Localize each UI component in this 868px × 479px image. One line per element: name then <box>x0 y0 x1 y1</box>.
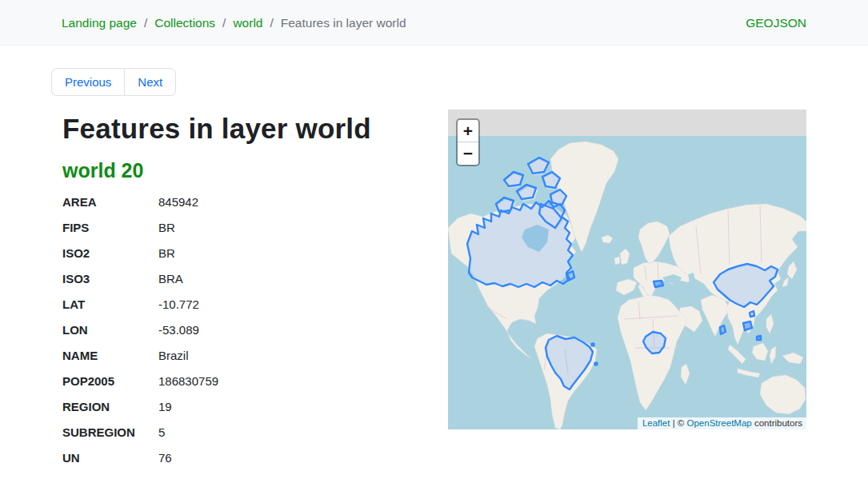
breadcrumb-item[interactable]: Landing page / <box>62 16 154 30</box>
breadcrumb-item[interactable]: world / <box>233 16 280 30</box>
property-name: LON <box>62 323 158 337</box>
property-row: REGION 19 <box>62 393 414 419</box>
next-button[interactable]: Next <box>124 68 176 96</box>
map-attribution: Leaflet | © OpenStreetMap contributors <box>638 417 806 429</box>
breadcrumb-separator: / <box>137 16 154 30</box>
property-name: ISO3 <box>62 272 158 285</box>
map-feature-brunei[interactable] <box>757 336 761 340</box>
property-row: ISO2 BR <box>62 240 414 265</box>
property-row: FIPS BR <box>62 214 414 240</box>
leaflet-link[interactable]: Leaflet <box>642 418 670 428</box>
map-feature-cambodia[interactable] <box>743 321 752 330</box>
property-value: -53.089 <box>158 323 199 337</box>
property-row: ISO3 BRA <box>62 265 414 291</box>
property-row: POP2005 186830759 <box>62 368 414 393</box>
breadcrumb: Landing page / Collections / world / Fea… <box>62 0 406 46</box>
property-name: POP2005 <box>62 374 158 388</box>
openstreetmap-link[interactable]: OpenStreetMap <box>687 418 752 428</box>
property-name: UN <box>62 451 158 465</box>
contributors-label: contributors <box>754 418 802 428</box>
breadcrumb-item[interactable]: Collections / <box>154 16 233 30</box>
property-name: REGION <box>62 400 158 413</box>
geojson-format-link[interactable]: GEOJSON <box>746 0 806 46</box>
breadcrumb-item[interactable]: Features in layer world / <box>281 16 406 30</box>
breadcrumb-separator: / <box>215 16 233 30</box>
world-map-canvas[interactable] <box>448 110 806 429</box>
map-zoom-control: + − <box>456 118 480 166</box>
property-value: -10.772 <box>158 297 199 311</box>
property-row: SUBREGION 5 <box>62 419 414 445</box>
property-value: Brazil <box>158 349 189 362</box>
map-feature-bulgaria[interactable] <box>654 281 663 287</box>
property-row: UN 76 <box>62 445 414 470</box>
attribution-divider: | <box>673 418 675 428</box>
breadcrumb-separator: / <box>262 16 280 30</box>
breadcrumb-item-label[interactable]: Features in layer world <box>281 16 406 30</box>
property-value: 186830759 <box>158 374 218 388</box>
breadcrumb-bar: Landing page / Collections / world / Fea… <box>0 0 868 46</box>
copyright-symbol: © <box>678 418 684 428</box>
property-name: AREA <box>62 195 158 209</box>
breadcrumb-item-label[interactable]: Collections <box>154 16 215 30</box>
map-feature-brazil-island-2[interactable] <box>594 362 597 365</box>
map-no-tile-strip <box>448 110 806 136</box>
property-value: BR <box>158 246 175 260</box>
feature-id-heading: world 20 <box>62 159 143 182</box>
pagination-button-group: Previous Next <box>51 68 176 96</box>
property-value: 845942 <box>158 195 198 209</box>
property-row: LAT -10.772 <box>62 291 414 317</box>
property-name: LAT <box>62 297 158 311</box>
property-row: AREA 845942 <box>62 189 414 214</box>
property-value: 76 <box>158 451 172 465</box>
breadcrumb-item-label[interactable]: Landing page <box>62 16 137 30</box>
property-name: FIPS <box>62 221 158 234</box>
page: Landing page / Collections / world / Fea… <box>0 0 868 479</box>
previous-button[interactable]: Previous <box>51 68 124 96</box>
leaflet-map[interactable]: + − Leaflet | © OpenStreetMap contributo… <box>448 110 806 429</box>
feature-properties-table: AREA 845942 FIPS BR ISO2 BR ISO3 BRA LAT… <box>62 189 414 470</box>
property-row: LON -53.089 <box>62 317 414 342</box>
map-feature-sri-lanka[interactable] <box>720 325 726 334</box>
map-feature-brazil-island-1[interactable] <box>591 343 594 345</box>
zoom-out-button[interactable]: − <box>458 142 478 165</box>
property-name: SUBREGION <box>62 425 158 439</box>
page-title: Features in layer world <box>62 113 371 145</box>
property-value: 5 <box>158 425 165 439</box>
property-name: ISO2 <box>62 246 158 260</box>
property-value: 19 <box>158 400 172 413</box>
property-name: NAME <box>62 349 158 362</box>
property-row: NAME Brazil <box>62 342 414 368</box>
zoom-in-button[interactable]: + <box>458 120 478 142</box>
property-value: BRA <box>158 272 183 285</box>
property-value: BR <box>158 221 175 234</box>
breadcrumb-item-label[interactable]: world <box>233 16 262 30</box>
